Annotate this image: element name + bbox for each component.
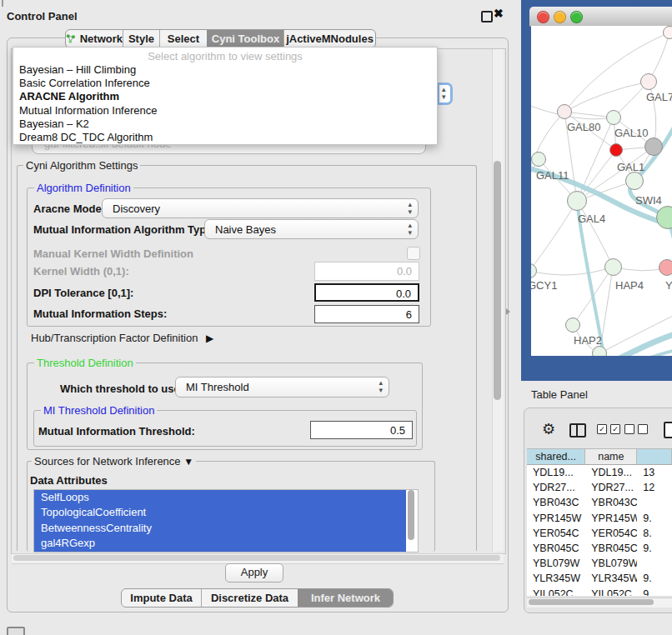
settings-hscrollbar-thumb[interactable] [13,555,500,561]
table-cell: 9. [637,541,672,556]
table-row[interactable]: YER054CYER054C8. [527,526,672,541]
table-row[interactable]: YPR145WYPR145W9. [527,511,672,526]
table-row[interactable]: YLR345WYLR345W9. [527,571,672,586]
network-node-gal7[interactable] [640,73,657,90]
expand-right-icon: ▶ [206,332,213,344]
expand-down-icon: ▼ [183,456,193,468]
tab-network[interactable]: Network [66,30,123,48]
table-row[interactable]: YBR045CYBR045C9. [527,541,672,556]
table-settings-gear-icon[interactable]: ⚙ [542,420,555,438]
table-cell: YIL052C [527,587,585,597]
network-node-y[interactable] [659,259,672,276]
network-node-swi4[interactable] [625,172,644,190]
mi-type-combo[interactable]: Naive Bayes ▴▾ [204,219,419,239]
attribute-item[interactable]: BetweennessCentrality [34,521,406,536]
network-edge[interactable] [531,267,613,275]
settings-vscrollbar-thumb[interactable] [494,161,501,400]
network-edge[interactable] [531,201,577,271]
network-node-gal11[interactable] [531,152,546,167]
attribute-item[interactable]: gal4RGexp [34,536,406,551]
table-cell: YPR145W [527,511,585,526]
tab-style[interactable]: Style [123,30,159,48]
network-node-gal80[interactable] [557,104,572,119]
algorithm-option[interactable]: Bayesian – K2 [13,118,437,131]
table-row[interactable]: YBR043CYBR043C [527,495,672,510]
network-node[interactable] [663,26,672,39]
node-label: GCY1 [531,279,557,292]
network-edge[interactable] [531,102,614,119]
deselect-all-columns-icon[interactable] [624,424,648,434]
aracne-mode-combo[interactable]: Discovery ▴▾ [102,198,419,218]
column-header-3[interactable] [637,448,672,465]
network-node[interactable] [644,138,663,156]
close-icon[interactable]: ✖ [494,7,504,20]
sources-expander[interactable]: Sources for Network Inference ▼ [32,455,196,468]
column-layout-icon[interactable] [569,423,586,438]
network-node-hap4[interactable] [604,258,622,276]
algorithm-option[interactable]: Basic Correlation Inference [13,77,437,90]
algorithm-option[interactable]: Bayesian – Hill Climbing [13,63,437,77]
dpi-tolerance-field[interactable]: 0.0 [314,283,419,302]
zoom-traffic-light-icon[interactable] [570,11,583,23]
table-cell: 9. [637,587,672,597]
control-panel-tabbar: NetworkStyleSelectCyni ToolboxjActiveMNo… [65,29,376,48]
data-attributes-list: SelfLoopsTopologicalCoefficientBetweenne… [33,489,419,552]
tab-label: Style [128,32,154,45]
focused-combo-fragment[interactable]: ▴▾ [437,82,453,105]
cyni-settings-title: Cyni Algorithm Settings [23,159,140,172]
select-all-columns-icon[interactable]: ✓✓ [597,424,620,434]
hub-definition-label: Hub/Transcription Factor Definition [31,332,198,344]
table-hscrollbar-thumb[interactable] [529,599,654,605]
network-view-canvas[interactable]: GAL7GAL80GAL10GAL1SWI4GAL11GAL4GCY1HAP4Y… [531,26,672,356]
algorithm-dropdown-popup: Select algorithm to view settings Bayesi… [13,47,438,145]
tab-discretize-data[interactable]: Discretize Data [201,589,298,607]
network-node-hap2[interactable] [565,318,580,332]
network-node-gal10[interactable] [606,110,621,125]
apply-button[interactable]: Apply [225,563,283,582]
network-window-titlebar[interactable] [529,7,672,27]
minimize-traffic-light-icon[interactable] [554,11,566,23]
corner-grid-icon[interactable] [7,627,25,635]
float-window-icon[interactable] [481,11,493,22]
window-edge-mark [2,0,3,7]
table-row[interactable]: YIL052CYIL052C9. [527,587,672,597]
kernel-width-field[interactable]: 0.0 [314,262,419,281]
tab-label: Impute Data [130,592,192,604]
network-node[interactable] [592,346,607,356]
tab-cyni-toolbox[interactable]: Cyni Toolbox [207,30,283,48]
node-label: HAP2 [574,334,602,347]
combo-spinner-icon: ▴▾ [408,201,412,216]
node-label: Y [665,279,672,292]
column-header-2[interactable]: name [585,448,637,465]
mi-steps-field[interactable]: 6 [314,305,419,323]
splitpane-toggle-icon[interactable] [506,308,510,315]
algorithm-option[interactable]: Dream8 DC_TDC Algorithm [13,131,437,144]
network-node-gal4[interactable] [567,191,587,211]
close-traffic-light-icon[interactable] [537,11,549,23]
table-row[interactable]: YDR27...YDR27...12 [527,480,672,495]
node-label: GAL11 [536,169,569,182]
table-row[interactable]: YBL079WYBL079W [527,556,672,571]
mi-type-label: Mutual Information Algorithm Type: [33,223,216,236]
manual-kernel-checkbox[interactable] [407,247,420,260]
algorithm-option[interactable]: Mutual Information Inference [13,104,437,118]
tab-impute-data[interactable]: Impute Data [122,589,201,607]
table-cell: 8. [637,526,672,541]
table-row[interactable]: YDL19...YDL19...13 [527,465,672,480]
table-export-icon[interactable] [664,422,672,438]
hub-definition-expander[interactable]: Hub/Transcription Factor Definition ▶ [31,332,213,344]
table-cell: YLR345W [585,571,637,586]
algorithm-option[interactable]: ARACNE Algorithm [13,90,437,103]
table-cell: YER054C [527,526,585,541]
tab-jactivemnodules[interactable]: jActiveMNodules [283,30,375,48]
tab-select[interactable]: Select [159,30,207,48]
attribute-item[interactable]: SelfLoops [34,490,406,505]
tab-infer-network[interactable]: Infer Network [298,589,393,607]
threshold-definition-title: Threshold Definition [34,357,136,369]
attributes-scrollbar-thumb[interactable] [408,490,414,540]
which-threshold-combo[interactable]: MI Threshold ▴▾ [175,377,389,398]
attribute-item[interactable]: TopologicalCoefficient [34,505,406,520]
network-node-gal1[interactable] [609,143,623,157]
column-header-1[interactable]: shared... [527,448,585,465]
mi-threshold-field[interactable]: 0.5 [310,421,413,439]
